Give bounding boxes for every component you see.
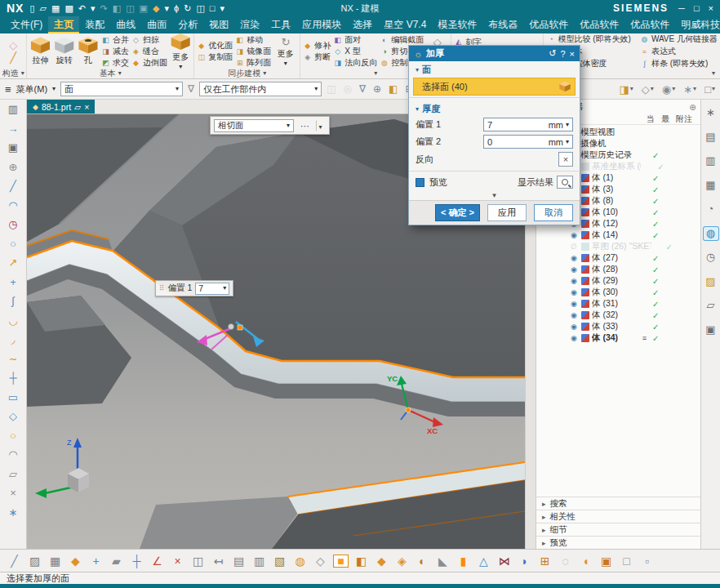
ribbon-small-button[interactable]: ◆修补 <box>303 41 331 51</box>
pyramid-tool-icon[interactable]: △ <box>477 555 491 567</box>
tree-row[interactable]: ◉ 体 (30) ✓ <box>536 287 700 298</box>
ribbon-small-button[interactable]: ◧移动 <box>235 35 271 46</box>
mic-icon[interactable]: ϕ <box>174 4 179 13</box>
ribbon-small-button[interactable]: ◇X 型 <box>333 47 377 57</box>
reset-icon[interactable]: ↺ <box>549 48 556 59</box>
reverse-direction-button[interactable]: × <box>558 152 573 167</box>
visibility-eye-icon[interactable]: ◉ <box>569 288 579 296</box>
face-section-header[interactable]: 面 <box>422 64 431 76</box>
type-filter-combo[interactable]: 面 ▾ <box>60 82 183 96</box>
menu-tab[interactable]: 装配 <box>79 16 110 33</box>
paste-icon[interactable]: ▣ <box>140 4 148 13</box>
datum-plane-tool-icon[interactable]: ◆ <box>69 555 82 567</box>
customize-caret-icon[interactable]: ▾ <box>220 4 224 13</box>
move-object-tool-icon[interactable]: ┼ <box>130 555 144 567</box>
tree-row[interactable]: ◉ 体 (27) ✓ <box>536 252 700 264</box>
ribbon-small-button[interactable]: ◨镜像面 <box>235 47 271 57</box>
ring-tool-icon[interactable]: ◌ <box>558 555 572 567</box>
visibility-eye-icon[interactable]: ◉ <box>569 231 579 239</box>
tree-row[interactable]: ◉ 体 (33) ✓ <box>536 321 700 332</box>
system-box-icon[interactable]: ▣ <box>704 323 718 336</box>
menu-tab[interactable]: 布线器 <box>482 16 523 33</box>
crosshair-tool-icon[interactable]: ┼ <box>5 372 21 384</box>
ribbon-small-button[interactable]: ◆边倒圆 <box>131 58 167 69</box>
navigator-column-header[interactable]: 最 <box>661 114 669 125</box>
menu-button[interactable]: 菜单(M) <box>16 83 48 96</box>
line-point-tool-icon[interactable]: ↗ <box>5 256 21 269</box>
navigator-column-header[interactable]: 当 <box>647 114 655 125</box>
datum-plane-icon[interactable]: ◇ <box>9 40 17 51</box>
navigator-section[interactable]: ▸ 预览 <box>536 536 700 549</box>
menu-tab[interactable]: 优品软件 <box>624 16 675 33</box>
filter-list-icon[interactable]: ∇ <box>359 84 366 94</box>
window-copy-icon[interactable]: ◫ <box>196 4 204 13</box>
extrude-tool-icon[interactable]: ▰ <box>109 555 123 567</box>
view-cube-icon[interactable]: ◇▾ <box>642 84 654 95</box>
spark-icon[interactable]: ∗ <box>704 106 718 119</box>
offset2-input[interactable]: 0 mm ▾ <box>483 135 573 149</box>
refresh-icon[interactable]: ↻ <box>184 4 191 13</box>
history-icon[interactable]: ◷ <box>704 251 718 264</box>
ghost-solid-icon[interactable]: ◫ <box>327 84 336 94</box>
copy-object-tool-icon[interactable]: ◫ <box>191 555 205 567</box>
preview-checkbox[interactable] <box>416 178 424 187</box>
layer-settings-tool-icon[interactable]: ▧ <box>273 555 287 567</box>
hd3d-tools-icon[interactable]: ◍ <box>704 227 718 240</box>
min-button[interactable]: ─ <box>678 3 685 13</box>
helix-tool-icon[interactable]: ∗ <box>5 506 21 519</box>
close-button[interactable]: × <box>709 3 713 13</box>
arc2-tool-icon[interactable]: ◠ <box>5 448 21 461</box>
menu-tab[interactable]: 应用模块 <box>296 16 347 33</box>
layer-cut-tool-icon[interactable]: ▥ <box>252 555 266 567</box>
tree-row[interactable]: ◉ 体 (14) ✓ <box>536 229 700 241</box>
copy-icon[interactable]: ◫ <box>126 4 134 13</box>
menu-tab[interactable]: 曲线 <box>110 16 141 33</box>
palette-icon[interactable]: ▨ <box>704 275 718 288</box>
visibility-eye-icon[interactable]: ∅ <box>569 243 579 251</box>
point-tool-icon[interactable]: + <box>5 276 21 288</box>
curve-j-tool-icon[interactable]: ◞ <box>5 333 21 345</box>
render-style-icon[interactable]: ◨▾ <box>620 84 633 95</box>
menu-tab[interactable]: 星空 V7.4 <box>378 16 432 33</box>
tree-row[interactable]: ∅ 草图 (26) "SKETCH_... ✓ <box>536 241 700 252</box>
ok-button[interactable]: < 确定 > <box>435 204 480 221</box>
undo-icon[interactable]: ↶ <box>78 4 86 13</box>
solid-stack-tool-icon[interactable]: ◆ <box>375 555 389 567</box>
menu-tab[interactable]: 选择 <box>347 16 378 33</box>
menu-tab[interactable]: 优品软件 <box>574 16 624 33</box>
ribbon-small-button[interactable]: ◆优化面 <box>197 41 233 51</box>
navigator-column-header[interactable]: 附注 <box>676 114 692 125</box>
rectangle-tool-icon[interactable]: ▭ <box>5 391 21 403</box>
hole-button[interactable]: 孔 <box>78 37 99 66</box>
open-icon[interactable]: ▱ <box>40 4 47 13</box>
ribbon-small-button[interactable]: ◍WAVE 几何链接器 <box>640 34 718 45</box>
line-tool-icon[interactable]: ╱ <box>5 180 21 192</box>
block-tool-icon[interactable]: ▮ <box>456 555 470 567</box>
ellipse-tool-icon[interactable]: ○ <box>5 430 21 442</box>
menu-tab[interactable]: 视图 <box>203 16 234 33</box>
display-toggle-tool-icon[interactable]: ■ <box>334 555 348 567</box>
new-file-icon[interactable]: ▯ <box>29 4 34 13</box>
extrude-button[interactable]: 拉伸 <box>29 37 51 66</box>
grid-add-tool-icon[interactable]: ⊞ <box>538 555 552 567</box>
ribbon-small-button[interactable]: ◇扫掠 <box>131 35 167 46</box>
model-bottom-plane[interactable] <box>140 497 298 549</box>
more-options-button[interactable]: ⋯ <box>297 120 313 131</box>
note-tool-icon[interactable]: □ <box>620 555 633 567</box>
snap-move-icon[interactable]: ⊕ <box>373 84 381 94</box>
show-result-button[interactable] <box>557 176 573 189</box>
display-part-icon[interactable]: ▥ <box>5 103 21 115</box>
cancel-button[interactable]: 取消 <box>534 204 573 221</box>
menu-tab[interactable]: 模圣软件 <box>432 16 482 33</box>
redo-icon[interactable]: ↷ <box>100 4 108 13</box>
point-tool-icon[interactable]: + <box>89 555 103 567</box>
tree-row[interactable]: ◉ 体 (32) ✓ <box>536 310 700 321</box>
datum-csys-tool-icon[interactable]: × <box>171 555 184 567</box>
revolve-button[interactable]: 旋转 <box>54 37 75 66</box>
touch-mode-icon[interactable]: ◆ <box>153 4 159 13</box>
tree-row[interactable]: ◉ 体 (28) ✓ <box>536 264 700 275</box>
arc-tool-icon[interactable]: ◠ <box>5 199 21 212</box>
export-body-icon[interactable]: → <box>5 122 21 135</box>
ribbon-small-button[interactable]: ◐编辑截面 <box>380 35 424 46</box>
dialog-title-bar[interactable]: ☼ 加厚 ↺ ? × <box>409 46 580 61</box>
